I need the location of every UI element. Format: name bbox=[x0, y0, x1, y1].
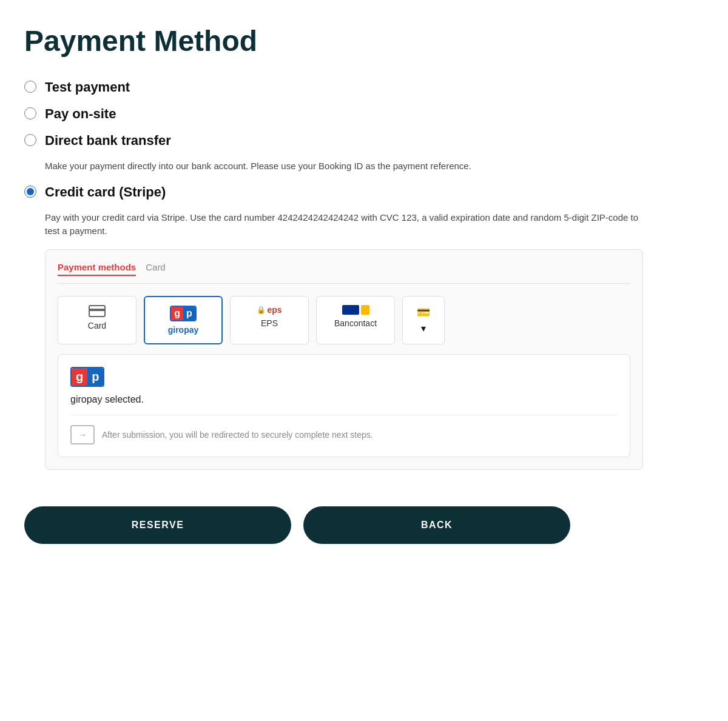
method-bancontact-label: Bancontact bbox=[334, 318, 377, 328]
label-test-payment: Test payment bbox=[45, 79, 130, 95]
radio-bank-transfer[interactable] bbox=[24, 134, 36, 146]
method-eps-label: EPS bbox=[261, 318, 278, 328]
method-eps[interactable]: 🔒 eps EPS bbox=[230, 296, 309, 344]
label-bank-transfer: Direct bank transfer bbox=[45, 133, 171, 149]
payment-option-test[interactable]: Test payment bbox=[24, 79, 643, 95]
radio-credit-card[interactable] bbox=[24, 186, 36, 198]
reserve-button[interactable]: RESERVE bbox=[24, 506, 291, 544]
eps-text: eps bbox=[267, 305, 281, 315]
giropay-selected-logo: g p bbox=[70, 367, 104, 387]
bank-transfer-description: Make your payment directly into our bank… bbox=[45, 159, 643, 173]
redirect-text: After submission, you will be redirected… bbox=[102, 430, 373, 440]
giropay-g: g bbox=[171, 307, 183, 320]
payment-option-credit-card[interactable]: Credit card (Stripe) bbox=[24, 184, 643, 200]
card-icon bbox=[89, 305, 106, 317]
redirect-icon bbox=[70, 425, 95, 444]
tab-payment-methods[interactable]: Payment methods bbox=[58, 262, 136, 276]
payment-option-onsite[interactable]: Pay on-site bbox=[24, 106, 643, 122]
method-card-label: Card bbox=[88, 321, 106, 330]
eps-lock-icon: 🔒 bbox=[257, 306, 266, 314]
bancontact-logo bbox=[342, 305, 369, 315]
redirect-info: After submission, you will be redirected… bbox=[70, 415, 618, 444]
credit-card-description: Pay with your credit card via Stripe. Us… bbox=[45, 211, 643, 238]
method-giropay[interactable]: g p giropay bbox=[144, 296, 223, 344]
payment-option-bank-transfer[interactable]: Direct bank transfer bbox=[24, 133, 643, 149]
page-title: Payment Method bbox=[24, 24, 643, 58]
ideal-icon: 💳 bbox=[417, 306, 430, 319]
stripe-tabs: Payment methods Card bbox=[58, 262, 630, 284]
stripe-widget: Payment methods Card Card g p giropay 🔒 … bbox=[45, 249, 643, 470]
eps-logo: 🔒 eps bbox=[257, 305, 281, 315]
radio-test-payment[interactable] bbox=[24, 81, 36, 93]
giropay-selected-text: giropay selected. bbox=[70, 394, 618, 405]
giropay-selected-g: g bbox=[72, 368, 87, 386]
payment-methods-grid: Card g p giropay 🔒 eps EPS Bancontact bbox=[58, 296, 630, 344]
giropay-logo: g p bbox=[170, 306, 197, 321]
giropay-p: p bbox=[183, 307, 195, 320]
tab-card[interactable]: Card bbox=[146, 262, 166, 276]
method-card[interactable]: Card bbox=[58, 296, 136, 344]
footer-buttons: RESERVE BACK bbox=[24, 506, 643, 544]
radio-pay-onsite[interactable] bbox=[24, 107, 36, 119]
method-more[interactable]: 💳 ▾ bbox=[402, 296, 445, 344]
label-pay-onsite: Pay on-site bbox=[45, 106, 116, 122]
more-chevron-icon: ▾ bbox=[421, 323, 426, 334]
bancontact-blue bbox=[342, 305, 359, 315]
giropay-selected-box: g p giropay selected. After submission, … bbox=[58, 354, 630, 457]
giropay-selected-p: p bbox=[87, 368, 103, 386]
back-button[interactable]: BACK bbox=[303, 506, 570, 544]
method-bancontact[interactable]: Bancontact bbox=[316, 296, 395, 344]
bancontact-yellow bbox=[361, 305, 369, 315]
method-giropay-label: giropay bbox=[168, 325, 199, 335]
label-credit-card: Credit card (Stripe) bbox=[45, 184, 166, 200]
